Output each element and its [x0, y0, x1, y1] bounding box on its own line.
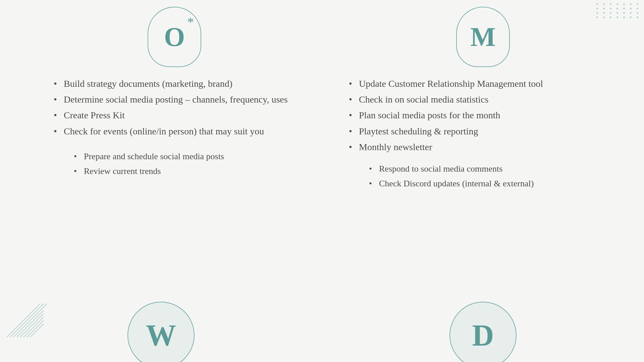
right-main-item-4: Monthly newsletter: [349, 140, 617, 154]
svg-line-6: [27, 320, 44, 337]
right-badge-letter: M: [470, 22, 496, 52]
svg-line-3: [17, 310, 44, 337]
left-bottom-badge-letter: W: [146, 318, 176, 353]
left-main-item-0: Build strategy documents (marketing, bra…: [54, 77, 295, 90]
right-sub-item-1: Check Discord updates (internal & extern…: [369, 178, 617, 190]
left-badge-container: O *: [54, 7, 295, 67]
left-badge: O *: [148, 7, 201, 67]
left-main-item-3: Check for events (online/in person) that…: [54, 125, 295, 138]
left-bottom-badge-container: W: [127, 302, 195, 362]
right-main-item-3: Playtest scheduling & reporting: [349, 125, 617, 138]
svg-line-0: [10, 304, 44, 337]
lines-decoration: [7, 300, 47, 342]
right-column: M Update Customer Relationship Managemen…: [322, 0, 644, 362]
right-main-item-0: Update Customer Relationship Management …: [349, 77, 617, 90]
left-main-item-2: Create Press Kit: [54, 109, 295, 122]
left-sub-item-1: Review current trends: [74, 165, 295, 177]
right-badge: M: [456, 7, 510, 67]
left-column: O * Build strategy documents (marketing,…: [0, 0, 322, 362]
left-main-list: Build strategy documents (marketing, bra…: [54, 77, 295, 140]
left-sub-item-0: Prepare and schedule social media posts: [74, 150, 295, 163]
left-badge-asterisk: *: [187, 14, 194, 30]
right-bottom-badge-letter: D: [472, 318, 494, 353]
svg-line-4: [20, 314, 44, 337]
right-main-list: Update Customer Relationship Management …: [349, 77, 617, 156]
left-sub-list: Prepare and schedule social media postsR…: [74, 150, 295, 180]
right-sub-item-0: Respond to social media comments: [369, 163, 617, 175]
right-badge-container: M: [349, 7, 617, 67]
left-main-item-1: Determine social media posting – channel…: [54, 93, 295, 106]
right-bottom-badge-container: D: [449, 302, 517, 362]
left-badge-letter: O: [164, 22, 185, 52]
right-main-item-2: Plan social media posts for the month: [349, 109, 617, 122]
right-sub-list: Respond to social media commentsCheck Di…: [369, 163, 617, 193]
svg-line-1: [13, 304, 47, 337]
right-main-item-1: Check in on social media statistics: [349, 93, 617, 106]
right-bottom-badge: D: [449, 302, 517, 362]
page-container: O * Build strategy documents (marketing,…: [0, 0, 644, 362]
svg-line-7: [30, 324, 44, 337]
left-bottom-badge: W: [127, 302, 195, 362]
